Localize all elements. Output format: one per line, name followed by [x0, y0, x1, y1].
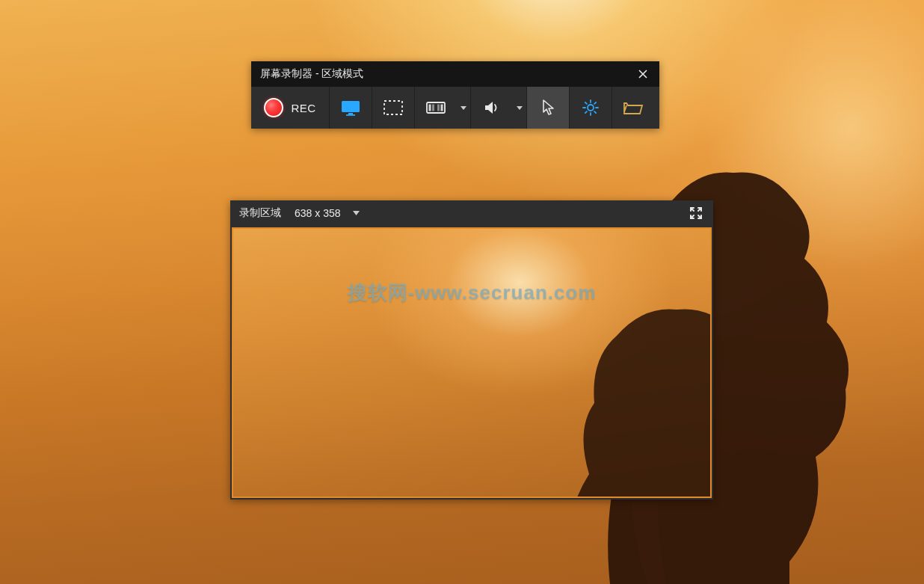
record-button[interactable]: REC: [251, 87, 330, 129]
region-titlebar[interactable]: 录制区域 638 x 358: [230, 200, 713, 226]
record-label: REC: [291, 102, 315, 114]
chevron-down-icon: [461, 106, 466, 110]
svg-rect-1: [348, 113, 353, 114]
svg-rect-7: [441, 105, 443, 111]
audio-dropdown[interactable]: [513, 87, 527, 129]
region-size-dropdown[interactable]: 638 x 358: [295, 207, 360, 219]
svg-rect-2: [346, 114, 355, 116]
svg-rect-8: [437, 105, 440, 111]
close-button[interactable]: [626, 61, 659, 87]
settings-button[interactable]: [570, 87, 612, 129]
toolbar-title-text: 屏幕录制器 - 区域模式: [260, 67, 363, 81]
svg-rect-5: [429, 105, 431, 111]
fullscreen-icon: [689, 206, 703, 220]
audio-button[interactable]: [471, 87, 513, 129]
region-background-figure: [381, 235, 712, 498]
region-mode-button[interactable]: [372, 87, 415, 129]
folder-button[interactable]: [612, 87, 654, 129]
settings-icon: [581, 98, 600, 117]
region-select-icon: [383, 99, 404, 116]
region-frame[interactable]: 搜软网-www.secruan.com: [230, 226, 713, 500]
chevron-down-icon: [517, 106, 523, 110]
cursor-button[interactable]: [527, 87, 570, 129]
toolbar-titlebar[interactable]: 屏幕录制器 - 区域模式: [251, 61, 659, 87]
camera-source-icon: [425, 99, 446, 116]
monitor-icon: [340, 99, 361, 117]
fullscreen-button[interactable]: [686, 203, 706, 223]
region-size-value: 638 x 358: [295, 207, 341, 219]
record-icon: [264, 98, 283, 117]
region-label: 录制区域: [239, 206, 281, 220]
cursor-icon: [540, 99, 555, 117]
svg-rect-6: [432, 105, 434, 111]
audio-icon: [483, 99, 501, 116]
svg-rect-3: [384, 101, 402, 114]
toolbar-row: REC: [251, 87, 659, 129]
camera-source-dropdown[interactable]: [457, 87, 471, 129]
close-icon: [638, 69, 648, 79]
chevron-down-icon: [353, 211, 360, 215]
svg-point-9: [588, 105, 594, 111]
recorder-toolbar-window: 屏幕录制器 - 区域模式 REC: [251, 61, 659, 129]
region-capture-area: 搜软网-www.secruan.com: [232, 227, 712, 498]
camera-source-button[interactable]: [415, 87, 457, 129]
recording-region-window: 录制区域 638 x 358 搜软网-www.sec: [230, 200, 713, 500]
svg-rect-0: [342, 101, 360, 112]
monitor-mode-button[interactable]: [330, 87, 372, 129]
folder-icon: [623, 99, 644, 116]
